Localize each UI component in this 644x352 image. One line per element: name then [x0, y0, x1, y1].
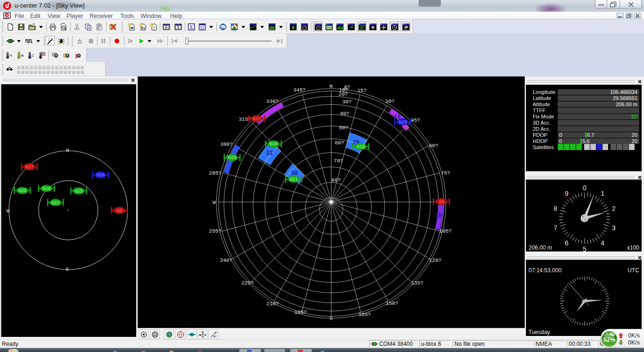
svg-text:G18: G18 — [269, 141, 278, 147]
svg-text:W: W — [199, 334, 202, 336]
svg-text:G18: G18 — [42, 186, 51, 192]
svg-text:120?: 120? — [429, 258, 441, 263]
svg-text:G5: G5 — [438, 199, 444, 205]
svg-text:W: W — [7, 208, 10, 214]
svg-text:20?: 20? — [339, 92, 348, 97]
svg-text:285?: 285? — [209, 170, 221, 176]
svg-text:19: 19 — [435, 212, 442, 219]
svg-text:W: W — [21, 53, 24, 58]
svg-text:5: 5 — [583, 245, 586, 252]
svg-text:3: 3 — [612, 224, 616, 232]
svg-text:225?: 225? — [241, 280, 254, 286]
svg-text:E: E — [205, 334, 206, 336]
svg-text:G15: G15 — [74, 188, 83, 194]
svg-text:G22: G22 — [18, 188, 27, 193]
svg-text:135?: 135? — [411, 280, 423, 286]
svg-text:330?: 330? — [266, 99, 279, 104]
svg-text:345?: 345? — [293, 87, 305, 93]
svg-text:Tuesday: Tuesday — [528, 329, 550, 335]
svg-text:1: 1 — [601, 190, 604, 197]
svg-text:H: H — [9, 53, 12, 58]
svg-text:G5: G5 — [116, 208, 122, 214]
svg-text:32: 32 — [266, 150, 272, 157]
svg-text:40?: 40? — [340, 111, 349, 117]
svg-text:S: S — [330, 316, 333, 321]
svg-text:G21: G21 — [289, 176, 298, 182]
svg-text:Σ: Σ — [190, 25, 193, 30]
svg-text:80°: 80° — [213, 335, 217, 338]
svg-text:60?: 60? — [335, 140, 344, 146]
svg-text:75?: 75? — [441, 170, 450, 176]
svg-text:N: N — [66, 148, 69, 153]
svg-text:x100: x100 — [627, 244, 639, 251]
svg-text:165?: 165? — [358, 312, 371, 318]
svg-text:S: S — [66, 267, 69, 272]
svg-text:30?: 30? — [385, 99, 395, 104]
svg-text:G27: G27 — [25, 164, 34, 170]
svg-text:G26: G26 — [398, 119, 407, 125]
svg-text:45?: 45? — [411, 117, 420, 123]
svg-text:210?: 210? — [266, 301, 279, 307]
svg-text:01: 01 — [141, 26, 145, 30]
svg-text:G22: G22 — [228, 155, 237, 160]
svg-text:70?: 70? — [334, 158, 343, 164]
svg-text:206.00 m: 206.00 m — [528, 244, 552, 251]
svg-text:G15: G15 — [356, 144, 365, 150]
svg-text:G26: G26 — [96, 172, 105, 178]
svg-text:80?: 80? — [331, 177, 341, 183]
svg-text:S: S — [202, 335, 204, 338]
svg-text:N: N — [330, 84, 333, 89]
svg-text:50?: 50? — [339, 125, 348, 131]
svg-text:150?: 150? — [386, 301, 398, 306]
svg-text:G27: G27 — [253, 116, 261, 122]
svg-text:07:14:53.000: 07:14:53.000 — [528, 267, 561, 274]
svg-text:15?: 15? — [357, 88, 367, 93]
svg-text:52%: 52% — [603, 336, 615, 343]
svg-text:60?: 60? — [429, 143, 438, 149]
svg-text:2: 2 — [612, 205, 616, 212]
svg-text:6: 6 — [565, 239, 569, 247]
svg-text:G21: G21 — [51, 200, 60, 206]
svg-text:105?: 105? — [439, 228, 452, 234]
svg-text:W: W — [213, 200, 216, 205]
svg-text:240?: 240? — [220, 258, 232, 263]
svg-text:UTC: UTC — [627, 267, 639, 274]
svg-text:255?: 255? — [209, 228, 221, 234]
svg-text:0°: 0° — [215, 331, 217, 334]
svg-text:N: N — [202, 331, 204, 334]
svg-text:195?: 195? — [294, 310, 306, 315]
svg-text:300?: 300? — [220, 142, 232, 147]
svg-text:7: 7 — [553, 224, 557, 232]
svg-text:C: C — [32, 53, 34, 58]
svg-text:0: 0 — [583, 184, 586, 192]
svg-text:4: 4 — [601, 239, 604, 247]
svg-text:8: 8 — [553, 205, 557, 212]
svg-text:9: 9 — [565, 190, 569, 197]
svg-text:30?: 30? — [342, 99, 352, 105]
